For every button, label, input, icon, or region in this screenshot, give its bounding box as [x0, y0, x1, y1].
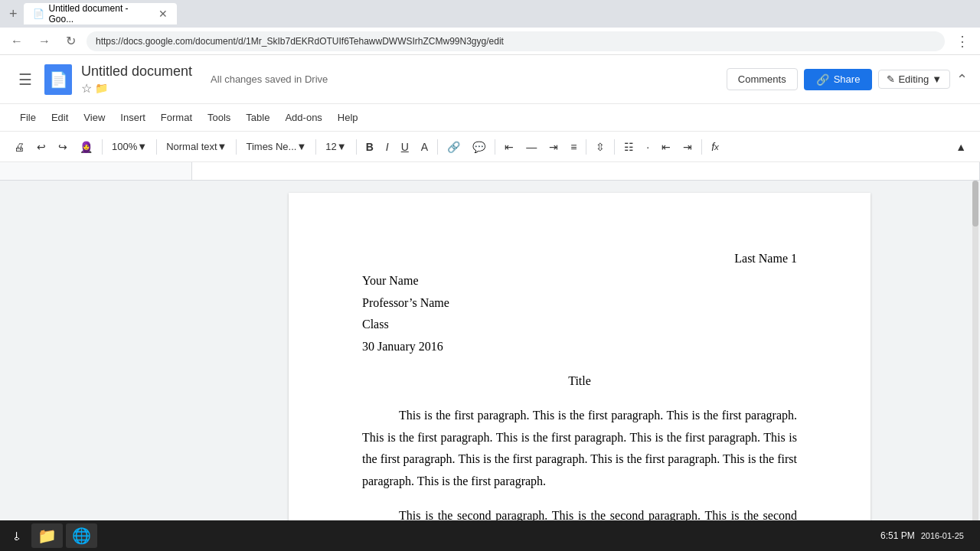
numbered-list-button[interactable]: ☷ — [619, 136, 639, 158]
link-button[interactable]: 🔗 — [443, 136, 465, 158]
align-center-button[interactable]: ― — [521, 136, 541, 158]
doc-header-right: Last Name 1 — [362, 248, 797, 270]
undo-button[interactable]: ↩ — [32, 136, 51, 158]
separator-8 — [586, 139, 586, 155]
zoom-value: 100% — [112, 141, 137, 152]
doc-container[interactable]: Last Name 1 Your Name Professor’s Name C… — [191, 181, 968, 527]
doc-paragraph-1[interactable]: This is the first paragraph. This is the… — [362, 405, 797, 493]
fontsize-value: 12 — [325, 141, 336, 152]
separator-4 — [315, 139, 316, 155]
paint-format-button[interactable]: 🧕 — [75, 136, 97, 158]
print-button[interactable]: 🖨 — [9, 136, 29, 158]
line-spacing-button[interactable]: ⇳ — [591, 136, 609, 158]
font-chevron: ▼ — [296, 141, 306, 152]
saved-status: All changes saved in Drive — [211, 73, 720, 85]
zoom-dropdown[interactable]: 100% ▼ — [107, 136, 152, 158]
font-value: Times Ne... — [246, 141, 296, 152]
underline-button[interactable]: U — [397, 136, 413, 158]
taskbar-time: 6:51 PM — [880, 530, 915, 541]
bullet-list-button[interactable]: ∙ — [642, 136, 654, 158]
fontsize-chevron: ▼ — [337, 141, 347, 152]
menu-bar: File Edit View Insert Format Tools Table… — [0, 104, 980, 132]
sidebar-left — [0, 181, 191, 527]
align-right-button[interactable]: ⇥ — [544, 136, 563, 158]
separator-1 — [102, 139, 103, 155]
separator-3 — [236, 139, 237, 155]
google-apps-icon[interactable]: ☰ — [12, 64, 38, 95]
url-input[interactable] — [87, 31, 945, 51]
share-button[interactable]: 🔗 Share — [804, 69, 873, 90]
fontsize-dropdown[interactable]: 12 ▼ — [321, 136, 351, 158]
menu-file[interactable]: File — [12, 107, 44, 128]
address-bar: ← → ↻ ⋮ — [0, 28, 980, 55]
main-area: Last Name 1 Your Name Professor’s Name C… — [0, 181, 980, 527]
doc-professor-name: Professor’s Name — [362, 292, 797, 315]
pencil-icon: ✎ — [887, 73, 895, 85]
increase-indent-button[interactable]: ⇥ — [678, 136, 697, 158]
menu-edit[interactable]: Edit — [44, 107, 76, 128]
comment-button[interactable]: 💬 — [468, 136, 490, 158]
menu-format[interactable]: Format — [153, 107, 200, 128]
doc-meta-block: Your Name Professor’s Name Class 30 Janu… — [362, 270, 797, 358]
back-button[interactable]: ← — [6, 33, 28, 50]
scrollbar-track[interactable] — [972, 181, 978, 527]
tab-title: Untitled document - Goo... — [49, 3, 151, 24]
zoom-chevron: ▼ — [137, 141, 147, 152]
doc-lastname: Last Name 1 — [734, 252, 797, 265]
toolbar: 🖨 ↩ ↪ 🧕 100% ▼ Normal text ▼ Times Ne...… — [0, 132, 980, 162]
star-icon[interactable]: ☆ — [81, 81, 92, 96]
align-justify-button[interactable]: ≡ — [566, 136, 581, 158]
align-left-button[interactable]: ⇤ — [500, 136, 518, 158]
separator-6 — [437, 139, 438, 155]
ruler — [0, 162, 980, 181]
taskbar-date: 2016-01-25 — [921, 531, 964, 540]
new-tab-button[interactable]: + — [3, 3, 24, 25]
share-label: Share — [834, 73, 861, 85]
expand-toolbar-button[interactable]: ▲ — [951, 136, 971, 158]
comments-button[interactable]: Comments — [727, 68, 798, 90]
italic-button[interactable]: I — [381, 136, 394, 158]
expand-icon[interactable]: ⌃ — [956, 71, 968, 88]
header-right: Comments 🔗 Share ✎ Editing ▼ ⌃ — [727, 68, 968, 90]
style-dropdown[interactable]: Normal text ▼ — [162, 136, 231, 158]
menu-insert[interactable]: Insert — [113, 107, 153, 128]
menu-view[interactable]: View — [76, 107, 113, 128]
formula-button[interactable]: fx — [707, 136, 724, 158]
active-tab[interactable]: 📄 Untitled document - Goo... ✕ — [24, 3, 177, 24]
taskbar-firefox[interactable]: 🌐 — [66, 523, 97, 548]
scrollbar-area — [968, 181, 980, 527]
redo-button[interactable]: ↪ — [54, 136, 72, 158]
tab-close-button[interactable]: ✕ — [158, 8, 168, 20]
font-dropdown[interactable]: Times Ne... ▼ — [241, 136, 311, 158]
doc-class: Class — [362, 314, 797, 336]
editing-label: Editing — [898, 73, 929, 85]
menu-table[interactable]: Table — [238, 107, 277, 128]
taskbar: ⫰ 📁 🌐 6:51 PM 2016-01-25 — [0, 520, 980, 551]
scrollbar-thumb[interactable] — [972, 181, 978, 227]
doc-icon-letter: 📄 — [49, 70, 68, 89]
menu-addons[interactable]: Add-ons — [277, 107, 329, 128]
style-value: Normal text — [166, 141, 217, 152]
chrome-menu-button[interactable]: ⋮ — [951, 31, 974, 51]
style-chevron: ▼ — [217, 141, 227, 152]
menu-tools[interactable]: Tools — [200, 107, 238, 128]
taskbar-right: 6:51 PM 2016-01-25 — [880, 530, 974, 541]
forward-button[interactable]: → — [34, 33, 55, 50]
separator-5 — [356, 139, 357, 155]
doc-title[interactable]: Untitled document — [81, 64, 192, 80]
separator-9 — [614, 139, 615, 155]
tab-bar: + 📄 Untitled document - Goo... ✕ — [0, 0, 980, 28]
separator-10 — [701, 139, 702, 155]
color-button[interactable]: A — [416, 136, 433, 158]
refresh-button[interactable]: ↻ — [61, 32, 80, 50]
start-button[interactable]: ⫰ — [6, 525, 28, 547]
menu-help[interactable]: Help — [330, 107, 366, 128]
folder-icon[interactable]: 📁 — [95, 82, 108, 94]
editing-dropdown[interactable]: ✎ Editing ▼ — [878, 70, 950, 89]
decrease-indent-button[interactable]: ⇤ — [657, 136, 675, 158]
taskbar-explorer[interactable]: 📁 — [31, 523, 63, 548]
separator-2 — [156, 139, 157, 155]
tab-favicon: 📄 — [33, 8, 44, 19]
bold-button[interactable]: B — [361, 136, 378, 158]
doc-title-area: Untitled document ☆ 📁 — [81, 64, 192, 96]
